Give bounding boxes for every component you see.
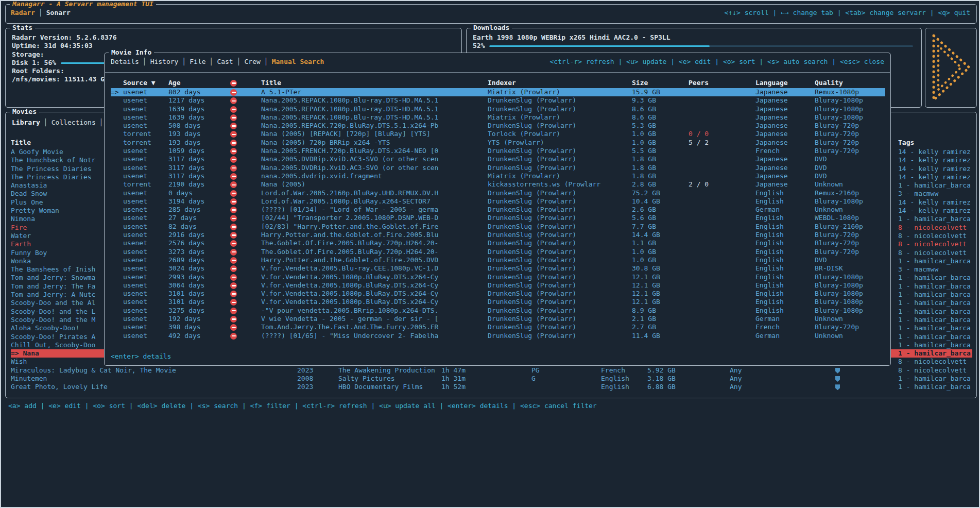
tab-separator: │ (44, 118, 48, 126)
search-result-row[interactable]: usenet3194 daysLord.of.War.2005.1080p.Bl… (111, 197, 885, 206)
search-result-row[interactable]: usenet3117 daysNana.2005.DVDRip.XviD.AC3… (111, 155, 885, 163)
search-result-row[interactable]: usenet492 days(????) [01/65] - "Miss Und… (111, 332, 885, 340)
search-result-row[interactable]: usenet1639 daysNana.2005.REPACK.1080p.Bl… (111, 105, 885, 113)
result-peers (689, 248, 755, 256)
movie-certification: G (531, 375, 601, 383)
search-result-row[interactable]: usenet1059 daysNana.2005.FRENCH.720p.Blu… (111, 147, 885, 155)
tab-separator: │ (237, 58, 241, 65)
rejected-icon (230, 165, 237, 172)
search-result-row[interactable]: usenet3275 days-"V pour vendetta.2005.BR… (111, 307, 885, 315)
result-rejected (230, 130, 261, 138)
disk-usage-label: Disk 1: 56% (12, 59, 56, 67)
result-age: 2993 days (168, 273, 230, 281)
result-title: Nana.2005.REPACK.720p.BluRay.DTS.5.1.x26… (261, 122, 488, 130)
result-indexer: DrunkenSlug (Prowlarr) (488, 105, 632, 113)
movie-row[interactable]: Great Photo, Lovely Life2023HBO Document… (11, 383, 972, 391)
search-result-row[interactable]: usenet285 days(????) [01/34] - "Lord of … (111, 206, 885, 214)
movie-row[interactable]: Minutemen2008Salty Pictures1h 31mGEnglis… (11, 375, 972, 383)
result-quality: Remux-2160p (815, 189, 885, 197)
result-rejected (230, 122, 261, 130)
result-age: 3194 days (168, 197, 230, 206)
result-indexer: DrunkenSlug (Prowlarr) (488, 206, 632, 214)
result-indexer: DrunkenSlug (Prowlarr) (488, 332, 632, 340)
result-title: Nana.2005.DVDRip.XviD.AC3-SVO (or other … (261, 155, 488, 163)
result-rejected (230, 273, 261, 281)
result-peers: 0 / 0 (689, 130, 755, 138)
search-result-row[interactable]: usenet3273 daysThe.Goblet.Of.Fire.2005.B… (111, 248, 885, 256)
result-size: 1.0 GB (632, 248, 689, 256)
tab-collections[interactable]: Collections (51, 118, 96, 126)
tab-library[interactable]: Library (12, 118, 40, 126)
selection-indicator (111, 315, 123, 323)
result-quality: Bluray-720p (815, 248, 885, 256)
movie-tags: 8 - nicolecolvett (898, 240, 972, 248)
result-title: Nana (2005) [REPACK] [720p] [BluRay] [YT… (261, 130, 488, 138)
search-result-row[interactable]: torrent193 daysNana (2005) [REPACK] [720… (111, 130, 885, 138)
search-result-row[interactable]: usenet3117 daysnana.2005.dvdrip.xvid.fra… (111, 172, 885, 180)
search-result-row[interactable]: usenet2916 daysHarry.Potter.and.the.Gobl… (111, 231, 885, 239)
rejected-icon (230, 173, 237, 180)
result-indexer: DrunkenSlug (Prowlarr) (488, 189, 632, 197)
search-result-row[interactable]: usenet398 daysTom.And.Jerry.The.Fast.And… (111, 323, 885, 331)
movie-tags: 14 - kelly ramirez (898, 198, 972, 207)
tab-manual-search[interactable]: Manual Search (272, 58, 324, 65)
result-title: V.for.Vendetta.2005.1080p.BluRay.DTS.x26… (261, 273, 488, 281)
tab-history[interactable]: History (150, 58, 179, 65)
search-result-row[interactable]: usenet0 daysLord.of.War.2005.2160p.BluRa… (111, 189, 885, 197)
result-rejected (230, 197, 261, 206)
result-peers (689, 105, 755, 113)
column-source[interactable]: Source ▼ (123, 79, 168, 87)
tab-details[interactable]: Details (111, 58, 139, 65)
selection-indicator (111, 206, 123, 214)
rejected-icon (230, 131, 237, 138)
result-title: V.for.Vendetta.2005.Blu-ray.CEE.1080p.VC… (261, 264, 488, 273)
tab-separator: │ (99, 118, 104, 126)
search-result-row[interactable]: usenet1217 daysNana.2005.REPACK.1080p.Bl… (111, 96, 885, 105)
movie-row[interactable]: Miraculous: Ladybug & Cat Noir, The Movi… (11, 366, 972, 375)
movie-year: 2008 (297, 375, 338, 383)
result-language: Japanese (755, 172, 815, 180)
result-age: 2576 days (168, 239, 230, 247)
rejected-icon (230, 257, 237, 264)
search-result-row[interactable]: usenet3064 daysV.for.Vendetta.2005.1080p… (111, 281, 885, 290)
search-result-row[interactable]: usenet508 daysNana.2005.REPACK.720p.BluR… (111, 122, 885, 130)
tab-file[interactable]: File (190, 58, 205, 65)
search-result-row[interactable]: usenet2689 daysHarry.Potter.and.the.Gobl… (111, 256, 885, 264)
result-title: (????) [01/65] - "Miss Undercover 2- Fab… (261, 332, 488, 340)
search-result-row[interactable]: usenet3101 daysV.for.Vendetta.2005.1080p… (111, 298, 885, 306)
search-table-body: =>usenet802 daysA 5.1-PTerMiatrix (Prowl… (111, 88, 885, 340)
servarr-tabs: Radarr│Sonarr (11, 9, 71, 17)
result-rejected (230, 231, 261, 239)
result-rejected (230, 172, 261, 180)
search-result-row[interactable]: usenet2993 daysV.for.Vendetta.2005.1080p… (111, 273, 885, 281)
search-result-row[interactable]: usenet3117 daysNana.2005.DVDRip.XviD.AC3… (111, 164, 885, 172)
result-source: usenet (123, 147, 168, 155)
search-result-row[interactable]: usenet3024 daysV.for.Vendetta.2005.Blu-r… (111, 264, 885, 273)
stats-panel-title: Stats (10, 24, 35, 32)
rejected-icon (230, 308, 237, 314)
search-result-row[interactable]: usenet3101 daysV.for.Vendetta.2005.1080p… (111, 290, 885, 298)
result-rejected (230, 248, 261, 256)
result-language: Japanese (755, 113, 815, 122)
movie-tags: 1 - hamilcar_barca (898, 215, 972, 223)
search-result-row[interactable]: usenet82 days[02/83] "Harry.Potter.and.t… (111, 223, 885, 231)
result-language: English (755, 189, 815, 197)
search-result-row[interactable]: usenet192 daysV wie Vendetta - 2005 - ge… (111, 315, 885, 323)
search-result-row[interactable]: usenet27 days[02/44] "Transporter 2.2005… (111, 214, 885, 222)
search-result-row[interactable]: =>usenet802 daysA 5.1-PTerMiatrix (Prowl… (111, 88, 885, 96)
tab-cast[interactable]: Cast (217, 58, 233, 65)
search-result-row[interactable]: usenet2576 daysThe.Goblet.Of.Fire.2005.B… (111, 239, 885, 247)
rejected-icon (230, 316, 237, 323)
tab-crew[interactable]: Crew (245, 58, 261, 65)
search-result-row[interactable]: usenet1639 daysNana.2005.REPACK.1080p.Bl… (111, 113, 885, 122)
rejected-icon (230, 198, 237, 205)
result-rejected (230, 256, 261, 264)
tab-sonarr[interactable]: Sonarr (46, 9, 71, 16)
rejected-icon (230, 181, 237, 188)
movie-info-tabs: Details│History│File│Cast│Crew│Manual Se… (111, 58, 324, 66)
tab-radarr[interactable]: Radarr (11, 9, 35, 16)
result-quality: Bluray-1080p (815, 307, 885, 315)
search-result-row[interactable]: torrent193 daysNana (2005) 720p BRRip x2… (111, 139, 885, 147)
result-language: English (755, 223, 815, 231)
search-result-row[interactable]: torrent2190 daysNana (2005)kickasstorren… (111, 180, 885, 189)
